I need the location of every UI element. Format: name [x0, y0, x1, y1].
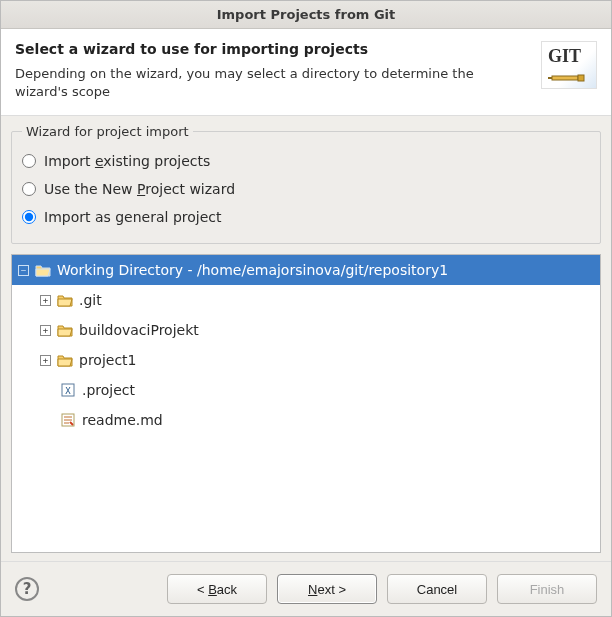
dialog-window: Import Projects from Git Select a wizard…	[0, 0, 612, 617]
tree-item-dotproject[interactable]: X .project	[12, 375, 600, 405]
tree-item-label: readme.md	[82, 412, 163, 428]
content-area: Wizard for project import Import existin…	[1, 116, 611, 561]
tree-item-git[interactable]: + .git	[12, 285, 600, 315]
svg-text:X: X	[65, 386, 71, 396]
radio-new-project-input[interactable]	[22, 182, 36, 196]
title-bar: Import Projects from Git	[1, 1, 611, 29]
tree-root-label: Working Directory - /home/emajorsinova/g…	[57, 262, 448, 278]
cancel-button[interactable]: Cancel	[387, 574, 487, 604]
svg-rect-0	[552, 76, 578, 80]
tree-root[interactable]: − Working Directory - /home/emajorsinova…	[12, 255, 600, 285]
button-bar: ? < Back Next > Cancel Finish	[1, 561, 611, 616]
git-banner-icon: GIT	[541, 41, 597, 89]
git-banner-label: GIT	[548, 46, 581, 67]
folder-icon	[57, 353, 73, 367]
help-button[interactable]: ?	[15, 577, 39, 601]
radio-import-existing-input[interactable]	[22, 154, 36, 168]
header-text: Select a wizard to use for importing pro…	[15, 41, 533, 101]
wizard-group: Wizard for project import Import existin…	[11, 124, 601, 244]
wizard-legend: Wizard for project import	[22, 124, 193, 139]
next-button[interactable]: Next >	[277, 574, 377, 604]
tree-item-label: .git	[79, 292, 102, 308]
tree-view[interactable]: − Working Directory - /home/emajorsinova…	[11, 254, 601, 553]
tree-item-readme[interactable]: readme.md	[12, 405, 600, 435]
xml-file-icon: X	[60, 383, 76, 397]
expand-icon[interactable]: +	[40, 295, 51, 306]
expand-icon[interactable]: +	[40, 325, 51, 336]
tree-item-project1[interactable]: + project1	[12, 345, 600, 375]
folder-open-icon	[35, 263, 51, 277]
expand-icon[interactable]: +	[40, 355, 51, 366]
page-subtitle: Depending on the wizard, you may select …	[15, 65, 515, 101]
radio-general-project[interactable]: Import as general project	[22, 203, 590, 231]
tree-item-label: .project	[82, 382, 135, 398]
tree-item-buildovaci[interactable]: + buildovaciProjekt	[12, 315, 600, 345]
radio-label: Import as general project	[44, 209, 222, 225]
markdown-file-icon	[60, 413, 76, 427]
page-title: Select a wizard to use for importing pro…	[15, 41, 533, 57]
collapse-icon[interactable]: −	[18, 265, 29, 276]
radio-general-project-input[interactable]	[22, 210, 36, 224]
header-area: Select a wizard to use for importing pro…	[1, 29, 611, 116]
radio-label: Use the New Project wizard	[44, 181, 235, 197]
back-button[interactable]: < Back	[167, 574, 267, 604]
radio-import-existing[interactable]: Import existing projects	[22, 147, 590, 175]
window-title: Import Projects from Git	[217, 7, 396, 22]
finish-button: Finish	[497, 574, 597, 604]
tree-item-label: buildovaciProjekt	[79, 322, 199, 338]
folder-icon	[57, 293, 73, 307]
radio-label: Import existing projects	[44, 153, 210, 169]
folder-icon	[57, 323, 73, 337]
svg-rect-1	[578, 75, 584, 81]
tree-item-label: project1	[79, 352, 137, 368]
radio-new-project[interactable]: Use the New Project wizard	[22, 175, 590, 203]
